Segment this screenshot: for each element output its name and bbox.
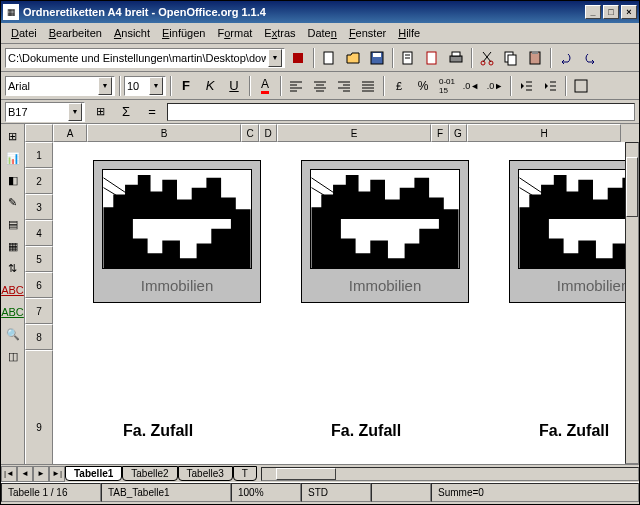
italic-button[interactable]: K — [199, 75, 221, 97]
menu-window[interactable]: Fenster — [343, 25, 392, 41]
stop-button[interactable] — [287, 47, 309, 69]
label-subtitle: Immobilien — [349, 277, 422, 294]
increase-indent-button[interactable] — [539, 75, 561, 97]
sheet-tab[interactable]: T — [233, 466, 257, 481]
col-header[interactable]: E — [277, 124, 431, 142]
minimize-button[interactable]: _ — [585, 5, 601, 19]
status-zoom[interactable]: 100% — [231, 483, 301, 502]
row-header[interactable]: 8 — [25, 324, 53, 350]
chevron-down-icon[interactable]: ▼ — [268, 49, 282, 67]
row-header[interactable]: 1 — [25, 142, 53, 168]
sheet-tab[interactable]: Tabelle3 — [178, 466, 233, 481]
menu-insert[interactable]: Einfügen — [156, 25, 211, 41]
paste-button[interactable] — [524, 47, 546, 69]
col-header[interactable]: D — [259, 124, 277, 142]
navigator-icon[interactable]: ◫ — [3, 346, 23, 366]
undo-button[interactable] — [555, 47, 577, 69]
sheet-tab[interactable]: Tabelle1 — [65, 466, 122, 481]
menu-view[interactable]: Ansicht — [108, 25, 156, 41]
print-button[interactable] — [445, 47, 467, 69]
add-decimal-button[interactable]: .0◄ — [460, 75, 482, 97]
decrease-indent-button[interactable] — [515, 75, 537, 97]
menu-format[interactable]: Format — [211, 25, 258, 41]
tab-first-button[interactable]: |◄ — [1, 466, 17, 482]
formula-input[interactable] — [167, 103, 635, 121]
path-combo[interactable]: ▼ — [5, 48, 285, 68]
borders-button[interactable] — [570, 75, 592, 97]
tab-prev-button[interactable]: ◄ — [17, 466, 33, 482]
number-format-button[interactable]: 0-0115 — [436, 75, 458, 97]
export-pdf-button[interactable] — [421, 47, 443, 69]
col-header[interactable]: C — [241, 124, 259, 142]
align-left-button[interactable] — [285, 75, 307, 97]
row-header[interactable]: 4 — [25, 220, 53, 246]
svg-rect-0 — [293, 53, 303, 63]
equals-button[interactable]: = — [141, 101, 163, 123]
percent-button[interactable]: % — [412, 75, 434, 97]
chevron-down-icon[interactable]: ▼ — [98, 77, 112, 95]
underline-button[interactable]: U — [223, 75, 245, 97]
col-header[interactable]: B — [87, 124, 241, 142]
currency-button[interactable]: ₤ — [388, 75, 410, 97]
row-header[interactable]: 2 — [25, 168, 53, 194]
redo-button[interactable] — [579, 47, 601, 69]
row-header[interactable]: 6 — [25, 272, 53, 298]
menu-edit[interactable]: Bearbeiten — [43, 25, 108, 41]
font-name-input[interactable] — [6, 77, 98, 95]
row-header[interactable]: 3 — [25, 194, 53, 220]
font-size-combo[interactable]: ▼ — [124, 76, 166, 96]
edit-doc-button[interactable] — [397, 47, 419, 69]
select-all-corner[interactable] — [25, 124, 53, 142]
svg-rect-3 — [373, 53, 381, 57]
tab-last-button[interactable]: ►| — [49, 466, 65, 482]
col-header[interactable]: F — [431, 124, 449, 142]
col-header[interactable]: A — [53, 124, 87, 142]
sort-icon[interactable]: ⇅ — [3, 258, 23, 278]
row-header[interactable]: 5 — [25, 246, 53, 272]
open-button[interactable] — [342, 47, 364, 69]
close-button[interactable]: × — [621, 5, 637, 19]
cell-ref-input[interactable] — [6, 103, 68, 121]
find-icon[interactable]: 🔍 — [3, 324, 23, 344]
save-button[interactable] — [366, 47, 388, 69]
chevron-down-icon[interactable]: ▼ — [149, 77, 163, 95]
chevron-down-icon[interactable]: ▼ — [68, 103, 82, 121]
vertical-scrollbar[interactable] — [625, 142, 639, 464]
menu-data[interactable]: Daten — [302, 25, 343, 41]
font-color-button[interactable]: A — [254, 75, 276, 97]
row-header[interactable]: 9 — [25, 350, 53, 464]
maximize-button[interactable]: □ — [603, 5, 619, 19]
font-name-combo[interactable]: ▼ — [5, 76, 115, 96]
insert-cells-icon[interactable]: ⊞ — [3, 126, 23, 146]
col-header[interactable]: H — [467, 124, 621, 142]
horizontal-scrollbar[interactable] — [261, 467, 639, 481]
spellcheck-icon[interactable]: ABC — [3, 280, 23, 300]
align-right-button[interactable] — [333, 75, 355, 97]
insert-object-icon[interactable]: ◧ — [3, 170, 23, 190]
remove-decimal-button[interactable]: .0► — [484, 75, 506, 97]
menu-file[interactable]: Datei — [5, 25, 43, 41]
align-justify-button[interactable] — [357, 75, 379, 97]
cells-area[interactable]: Immobilien Fa. Zufall Immobilien Fa. Zuf… — [53, 142, 639, 464]
path-input[interactable] — [6, 49, 268, 67]
autofilter-icon[interactable]: ▦ — [3, 236, 23, 256]
function-wizard-button[interactable]: ⊞ — [89, 101, 111, 123]
cut-button[interactable] — [476, 47, 498, 69]
font-size-input[interactable] — [125, 77, 149, 95]
autospell-icon[interactable]: ABC — [3, 302, 23, 322]
sheet-tab[interactable]: Tabelle2 — [122, 466, 177, 481]
show-draw-icon[interactable]: ✎ — [3, 192, 23, 212]
menu-help[interactable]: Hilfe — [392, 25, 426, 41]
insert-chart-icon[interactable]: 📊 — [3, 148, 23, 168]
form-icon[interactable]: ▤ — [3, 214, 23, 234]
align-center-button[interactable] — [309, 75, 331, 97]
menu-extras[interactable]: Extras — [258, 25, 301, 41]
tab-next-button[interactable]: ► — [33, 466, 49, 482]
copy-button[interactable] — [500, 47, 522, 69]
col-header[interactable]: G — [449, 124, 467, 142]
cell-ref-combo[interactable]: ▼ — [5, 102, 85, 122]
sum-button[interactable]: Σ — [115, 101, 137, 123]
bold-button[interactable]: F — [175, 75, 197, 97]
new-button[interactable] — [318, 47, 340, 69]
row-header[interactable]: 7 — [25, 298, 53, 324]
